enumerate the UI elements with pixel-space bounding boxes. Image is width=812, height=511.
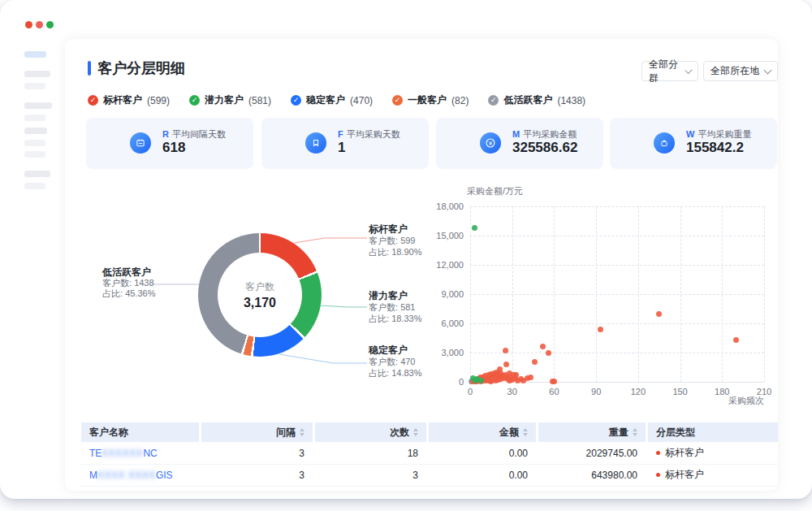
y-tick-label: 6,000 [423,318,464,328]
check-circle-icon: ✓ [392,95,403,106]
sidebar-skeleton-item [24,183,45,189]
donut-center: 客户数 3,170 [218,253,302,337]
kpi-value: 325586.62 [512,140,577,156]
donut-label-inactive: 低活跃客户 客户数: 1438 占比: 45.36% [102,267,192,299]
kpi-letter: R [162,129,169,139]
scatter-point[interactable] [503,348,508,353]
gridline [470,206,764,207]
scatter-y-axis-title: 采购金额/万元 [467,185,523,197]
donut-center-value: 3,170 [244,296,276,310]
scatter-plot: 030609012015018021003,0006,0009,00012,00… [470,206,764,383]
customer-name-link[interactable]: MXXXX XXXXGIS [81,470,199,481]
sidebar-skeleton-item [24,115,45,121]
scatter-point[interactable] [503,362,509,367]
filter-group-label: 全部分群 [649,58,681,85]
kpi-value: 1 [338,140,345,156]
customer-name-link[interactable]: TEXXXXXXNC [81,448,199,459]
column-header-interval[interactable]: 间隔 [201,422,313,442]
scatter-point[interactable] [528,375,533,380]
cell-times: 18 [315,448,426,459]
kpi-card-monetary: ¥ M平均采购金额 325586.62 [436,118,603,169]
window-close-button[interactable] [25,21,32,28]
sidebar-skeleton-item [24,128,47,134]
sort-icon[interactable] [633,428,637,436]
gridline [470,236,764,236]
scatter-point[interactable] [733,337,739,343]
gridline [470,353,764,353]
scatter-point[interactable] [540,344,546,349]
kpi-label: 平均采购重量 [698,129,751,139]
window-minimize-button[interactable] [36,21,43,28]
redacted-text: XXXX XXXX [97,470,156,481]
legend-item-general[interactable]: ✓ 一般客户 (82) [392,93,469,107]
filter-group-select[interactable]: 全部分群 [641,61,698,81]
filter-location-label: 全部所在地 [710,64,759,78]
table-row: MXXXX XXXXGIS 3 3 0.00 643980.00 标杆客户 [81,464,778,487]
column-header-amount[interactable]: 金额 [429,422,536,442]
sort-icon[interactable] [300,428,304,436]
scatter-point[interactable] [551,379,557,384]
sidebar-skeleton-item [24,71,50,77]
scatter-point[interactable] [478,378,484,383]
calendar-icon [130,132,151,154]
legend-item-potential[interactable]: ✓ 潜力客户 (581) [189,93,271,107]
gridline [470,265,764,266]
kpi-label: 平均采购金额 [523,129,577,139]
kpi-letter: F [338,129,343,139]
title-accent-bar [88,61,91,76]
kpi-letter: W [686,129,694,139]
sidebar-skeleton-item [24,83,45,89]
scatter-point[interactable] [656,311,662,317]
sidebar-skeleton-item [24,102,52,109]
kpi-value: 618 [162,140,185,156]
donut-chart[interactable]: 客户数 3,170 [198,233,322,357]
kpi-label: 平均采购天数 [347,129,400,139]
legend-item-inactive[interactable]: ✓ 低活跃客户 (1438) [488,93,585,107]
y-tick-label: 12,000 [423,260,464,270]
cell-weight: 643980.00 [538,470,646,481]
yuan-coin-icon: ¥ [480,132,501,154]
sort-icon[interactable] [523,428,528,436]
scatter-x-axis-title: 采购频次 [706,395,764,407]
x-tick-label: 60 [542,387,566,396]
donut-label-benchmark: 标杆客户 客户数: 599 占比: 18.90% [369,223,458,258]
sidebar-skeleton-item [24,171,50,177]
sidebar-skeleton-item-active [24,51,46,58]
svg-text:¥: ¥ [489,140,493,147]
cell-weight: 2029745.00 [538,448,646,459]
sort-icon[interactable] [413,428,418,436]
cell-interval: 3 [201,448,313,459]
column-header-name: 客户名称 [81,422,199,442]
column-header-times[interactable]: 次数 [315,422,426,442]
column-header-weight[interactable]: 重量 [538,422,646,442]
kpi-value: 155842.2 [686,140,744,156]
cell-amount: 0.00 [429,448,536,459]
window-zoom-button[interactable] [46,21,54,28]
check-circle-icon: ✓ [189,95,200,106]
check-circle-icon: ✓ [488,95,499,106]
table-row: TEXXXXXXNC 3 18 0.00 2029745.00 标杆客户 [81,442,778,465]
x-tick-label: 90 [584,387,608,396]
filter-location-select[interactable]: 全部所在地 [703,61,778,81]
gridline [470,323,764,324]
legend-item-stable[interactable]: ✓ 稳定客户 (470) [291,93,373,107]
kpi-card-recency: R平均间隔天数 618 [86,118,253,169]
customer-table-header: 客户名称 间隔 次数 金额 重量 分层类型 [81,422,778,442]
gridline [470,294,764,295]
app-window: 客户分层明细 全部分群 全部所在地 ✓ 标杆客户 (599) ✓ 潜力客户 (5… [0,0,812,499]
weight-icon [654,132,675,154]
column-header-type: 分层类型 [648,422,778,442]
legend-item-benchmark[interactable]: ✓ 标杆客户 (599) [88,93,170,107]
scatter-point[interactable] [472,225,477,231]
scatter-point[interactable] [532,359,538,365]
type-dot-icon [656,473,660,477]
main-panel: 客户分层明细 全部分群 全部所在地 ✓ 标杆客户 (599) ✓ 潜力客户 (5… [65,39,778,491]
x-tick-label: 120 [626,387,650,396]
kpi-card-frequency: F平均采购天数 1 [261,118,429,169]
scatter-point[interactable] [546,350,551,356]
window-controls [25,21,54,28]
scatter-point[interactable] [598,327,603,332]
y-tick-label: 3,000 [423,348,464,357]
kpi-card-weight: W平均采购重量 155842.2 [610,118,777,169]
x-tick-label: 0 [458,387,482,396]
